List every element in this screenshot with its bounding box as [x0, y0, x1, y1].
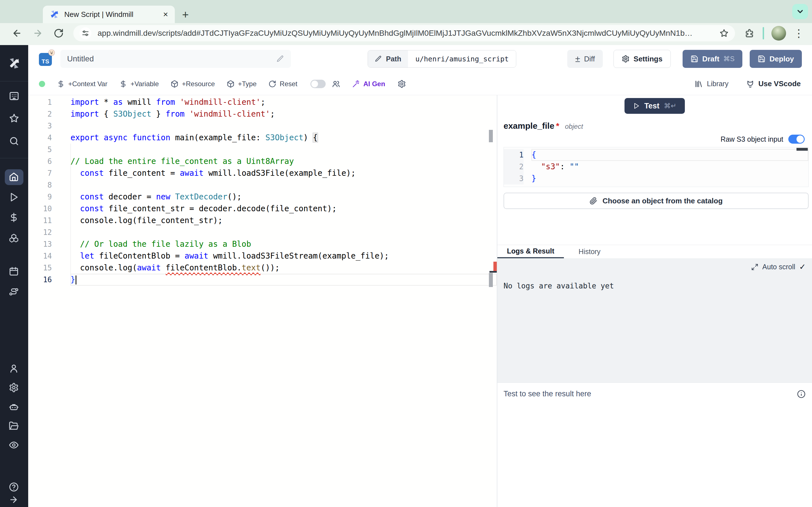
- path-editor[interactable]: Path u/henri/amusing_script: [368, 50, 516, 68]
- deploy-label: Deploy: [769, 55, 794, 63]
- sidebar-item-runs[interactable]: [0, 192, 28, 203]
- code-line[interactable]: 4export async function main(example_file…: [28, 132, 497, 144]
- site-settings-icon[interactable]: [80, 27, 91, 39]
- code-line[interactable]: 2 "s3": "": [504, 161, 808, 173]
- url-text[interactable]: app.windmill.dev/scripts/add#JTdCJTIyaGF…: [98, 29, 715, 38]
- raw-s3-toggle[interactable]: [788, 135, 805, 144]
- script-title-input[interactable]: Untitled: [60, 50, 291, 68]
- active-item-highlight: [5, 169, 23, 185]
- code-line[interactable]: 14 let fileContentBlob = await wmill.loa…: [28, 250, 497, 262]
- ai-gen-button[interactable]: AI Gen: [352, 80, 385, 88]
- cursor-overview-mark: [490, 271, 497, 273]
- sidebar-item-flows[interactable]: [0, 286, 28, 298]
- library-button[interactable]: Library: [695, 80, 728, 88]
- editor-scrollbar-thumb[interactable]: [489, 273, 493, 287]
- code-line[interactable]: 3}: [504, 173, 808, 184]
- diff-icon: ±: [575, 54, 580, 64]
- json-lines[interactable]: 1{2 "s3": ""3}: [504, 149, 808, 184]
- add-type-button[interactable]: +Type: [227, 80, 257, 88]
- reset-label: Reset: [280, 80, 297, 88]
- code-line[interactable]: 12: [28, 226, 497, 238]
- info-icon[interactable]: [797, 390, 806, 399]
- windmill-sidebar-logo-icon[interactable]: [8, 57, 20, 70]
- library-label: Library: [707, 80, 728, 88]
- context-var-label: +Context Var: [68, 80, 107, 88]
- diff-button[interactable]: ± Diff: [567, 50, 603, 68]
- browser-tab[interactable]: New Script | Windmill ×: [43, 6, 175, 23]
- add-context-var-button[interactable]: +Context Var: [57, 80, 107, 88]
- back-button-icon[interactable]: [12, 28, 22, 38]
- settings-button[interactable]: Settings: [613, 50, 671, 68]
- tab-logs-result[interactable]: Logs & Result: [497, 245, 564, 258]
- sidebar-item-settings[interactable]: [0, 382, 28, 393]
- code-line[interactable]: 13 // Or load the file lazily as a Blob: [28, 238, 497, 250]
- sidebar-item-apps[interactable]: [0, 91, 28, 102]
- sidebar-expand-button[interactable]: [0, 495, 28, 506]
- sidebar-item-resources[interactable]: [0, 233, 28, 244]
- code-line[interactable]: 9 const decoder = new TextDecoder();: [28, 191, 497, 203]
- diff-mode-toggle[interactable]: [310, 80, 326, 88]
- editor-toolbar: +Context Var +Variable +Resource: [28, 73, 812, 95]
- editor-scrollbar-thumb[interactable]: [489, 130, 493, 142]
- code-editor[interactable]: 1import * as wmill from 'windmill-client…: [28, 95, 497, 507]
- draft-button[interactable]: Draft ⌘S: [682, 50, 743, 68]
- browser-tab-strip: New Script | Windmill × +: [0, 0, 812, 23]
- code-line[interactable]: 15 console.log(await fileContentBlob.tex…: [28, 262, 497, 274]
- sidebar-item-folders[interactable]: [0, 420, 28, 432]
- argument-row: example_file * object: [504, 121, 812, 131]
- url-bar[interactable]: app.windmill.dev/scripts/add#JTdCJTIyaGF…: [73, 25, 735, 41]
- add-variable-button[interactable]: +Variable: [119, 80, 159, 88]
- reload-button-icon[interactable]: [54, 28, 64, 38]
- sidebar-item-search[interactable]: [0, 135, 28, 147]
- path-button[interactable]: Path: [368, 50, 408, 67]
- reset-button[interactable]: Reset: [268, 80, 297, 88]
- script-title: Untitled: [67, 54, 276, 63]
- sidebar-item-workers[interactable]: [0, 401, 28, 413]
- tab-close-icon[interactable]: ×: [163, 10, 168, 19]
- edit-pencil-icon[interactable]: [276, 55, 284, 63]
- test-button[interactable]: Test ⌘↵: [624, 98, 685, 114]
- code-line[interactable]: 10 const file_content_str = decoder.deco…: [28, 203, 497, 215]
- argument-json-editor[interactable]: 1{2 "s3": ""3}: [504, 147, 809, 187]
- collaborators-icon[interactable]: [332, 80, 340, 88]
- code-line[interactable]: 16}: [28, 274, 497, 286]
- gear-icon: [9, 383, 19, 393]
- auto-scroll-control[interactable]: Auto scroll ✓: [504, 262, 806, 272]
- profile-avatar[interactable]: [771, 26, 786, 41]
- extensions-icon[interactable]: [745, 29, 754, 38]
- new-tab-button[interactable]: +: [182, 9, 189, 20]
- code-lines[interactable]: 1import * as wmill from 'windmill-client…: [28, 96, 497, 286]
- choose-object-button[interactable]: Choose an object from the catalog: [504, 193, 809, 209]
- forward-button-icon[interactable]: [33, 28, 43, 38]
- code-line[interactable]: 11 console.log(file_content_str);: [28, 215, 497, 226]
- add-resource-button[interactable]: +Resource: [170, 80, 215, 88]
- preview-panel: Test ⌘↵ example_file * object Raw S3 obj…: [497, 95, 812, 507]
- sidebar-item-users[interactable]: [0, 363, 28, 374]
- save-icon: [691, 55, 698, 63]
- sidebar-item-favorites[interactable]: [0, 113, 28, 124]
- raw-s3-label: Raw S3 object input: [721, 135, 783, 144]
- sidebar-item-home[interactable]: [0, 169, 28, 185]
- deploy-button[interactable]: Deploy: [750, 50, 802, 68]
- code-line[interactable]: 1{: [504, 149, 808, 161]
- code-line[interactable]: 7 const file_content = await wmill.loadS…: [28, 167, 497, 179]
- code-line[interactable]: 5: [28, 144, 497, 156]
- sidebar-item-audit-logs[interactable]: [0, 440, 28, 451]
- code-line[interactable]: 6// Load the entire file_content as a Ui…: [28, 156, 497, 167]
- code-line[interactable]: 2import { S3Object } from 'windmill-clie…: [28, 108, 497, 120]
- tab-search-button[interactable]: [792, 4, 808, 19]
- gear-icon: [622, 55, 629, 63]
- sidebar-item-variables[interactable]: [0, 212, 28, 223]
- browser-menu-icon[interactable]: ⋮: [794, 28, 804, 39]
- code-line[interactable]: 8: [28, 179, 497, 191]
- sidebar-item-help[interactable]: [0, 482, 28, 493]
- code-line[interactable]: 1import * as wmill from 'windmill-client…: [28, 96, 497, 108]
- ai-gen-label: AI Gen: [363, 80, 385, 88]
- sidebar-item-schedules[interactable]: [0, 266, 28, 277]
- bookmark-star-icon[interactable]: [719, 29, 729, 38]
- use-vscode-button[interactable]: Use VScode: [746, 79, 801, 88]
- path-value[interactable]: u/henri/amusing_script: [408, 50, 516, 67]
- tab-history[interactable]: History: [569, 245, 610, 258]
- code-line[interactable]: 3: [28, 120, 497, 132]
- editor-settings-icon[interactable]: [398, 80, 406, 88]
